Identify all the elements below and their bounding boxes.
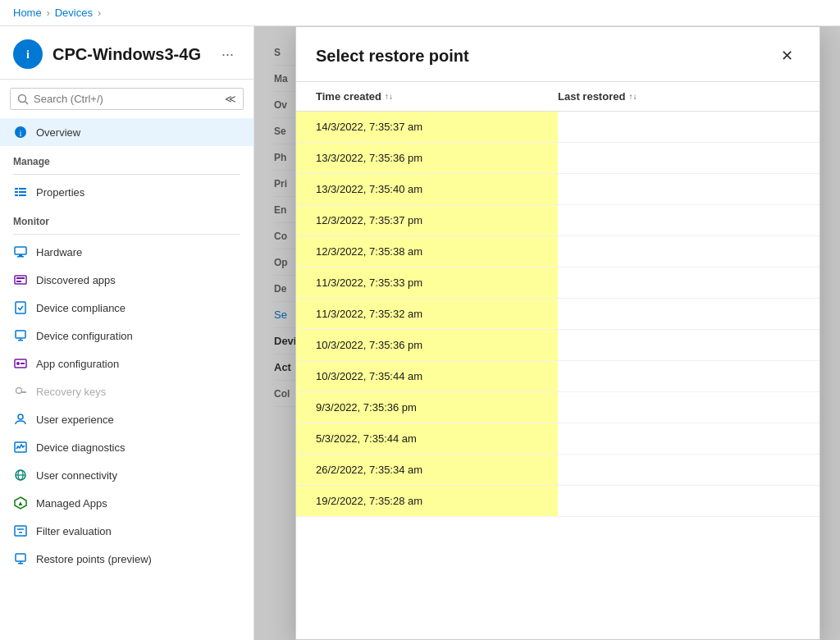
device-configuration-icon (13, 328, 28, 343)
col-header-last-restored[interactable]: Last restored ↑↓ (558, 90, 800, 103)
device-diagnostics-icon (13, 440, 28, 455)
breadcrumb-sep2: › (98, 7, 101, 19)
sidebar-item-properties[interactable]: Properties (0, 178, 253, 206)
sidebar-item-filter-evaluation[interactable]: Filter evaluation (0, 517, 253, 545)
sidebar-item-device-compliance[interactable]: Device compliance (0, 294, 253, 322)
svg-rect-7 (15, 191, 18, 193)
device-diagnostics-label: Device diagnostics (36, 441, 125, 454)
restore-time-cell: 19/2/2022, 7:35:28 am (296, 486, 558, 516)
device-name: CPC-Windows3-4G (52, 45, 205, 64)
restore-last-cell (558, 274, 819, 292)
restore-time-cell: 10/3/2022, 7:35:44 am (296, 361, 558, 391)
restore-row[interactable]: 13/3/2022, 7:35:36 pm (296, 143, 819, 174)
svg-rect-9 (19, 188, 26, 190)
restore-time-cell: 10/3/2022, 7:35:36 pm (296, 330, 558, 360)
restore-time-cell: 26/2/2022, 7:35:34 am (296, 455, 558, 485)
restore-row[interactable]: 14/3/2022, 7:35:37 am (296, 112, 819, 143)
svg-rect-17 (16, 281, 21, 282)
restore-time-cell: 11/3/2022, 7:35:33 pm (296, 267, 558, 298)
restore-last-cell (558, 336, 819, 354)
restore-last-cell (558, 492, 819, 510)
sidebar-item-discovered-apps[interactable]: Discovered apps (0, 266, 253, 294)
restore-time-cell: 12/3/2022, 7:35:37 pm (296, 205, 558, 235)
sidebar-item-user-experience[interactable]: User experience (0, 405, 253, 433)
device-more-button[interactable]: ··· (215, 43, 240, 66)
restore-row[interactable]: 11/3/2022, 7:35:33 pm (296, 267, 819, 299)
restore-time-cell: 13/3/2022, 7:35:36 pm (296, 143, 558, 173)
restore-last-cell (558, 181, 819, 199)
filter-evaluation-icon (13, 523, 28, 538)
svg-text:i: i (26, 48, 30, 61)
modal-close-button[interactable]: ✕ (774, 43, 800, 68)
sidebar-item-managed-apps[interactable]: ▲ Managed Apps (0, 489, 253, 517)
modal-header: Select restore point ✕ (296, 27, 819, 82)
svg-rect-39 (16, 554, 25, 561)
monitor-section-label: Monitor (0, 206, 253, 231)
info-icon: i (13, 125, 28, 139)
restore-row[interactable]: 19/2/2022, 7:35:28 am (296, 486, 819, 517)
restore-point-modal: Select restore point ✕ Time created ↑↓ L… (295, 26, 820, 640)
restore-row[interactable]: 5/3/2022, 7:35:44 am (296, 423, 819, 455)
restore-last-cell (558, 243, 819, 261)
restore-time-cell: 14/3/2022, 7:35:37 am (296, 112, 558, 142)
collapse-button[interactable]: ≪ (225, 93, 236, 105)
properties-label: Properties (36, 186, 84, 199)
col-header-time[interactable]: Time created ↑↓ (316, 90, 558, 103)
recovery-keys-label: Recovery keys (36, 386, 106, 398)
col-time-label: Time created (316, 90, 381, 103)
hardware-icon (13, 245, 28, 259)
svg-rect-16 (16, 277, 25, 279)
sidebar-item-app-configuration[interactable]: App configuration (0, 350, 253, 377)
restore-time-cell: 13/3/2022, 7:35:40 am (296, 174, 558, 204)
modal-table-header: Time created ↑↓ Last restored ↑↓ (296, 82, 819, 112)
sidebar-item-user-connectivity[interactable]: User connectivity (0, 461, 253, 489)
restore-row[interactable]: 26/2/2022, 7:35:34 am (296, 455, 819, 486)
recovery-keys-icon (13, 384, 28, 399)
sidebar: i CPC-Windows3-4G ··· ≪ i Overview Manag… (0, 26, 254, 640)
monitor-divider (13, 234, 240, 235)
sidebar-item-hardware[interactable]: Hardware (0, 238, 253, 266)
breadcrumb-home[interactable]: Home (13, 7, 42, 19)
restore-row[interactable]: 10/3/2022, 7:35:36 pm (296, 330, 819, 361)
breadcrumb-devices[interactable]: Devices (55, 7, 93, 19)
restore-row[interactable]: 10/3/2022, 7:35:44 am (296, 361, 819, 392)
svg-rect-40 (18, 563, 23, 565)
search-box: ≪ (10, 88, 244, 110)
modal-title: Select restore point (316, 47, 469, 66)
svg-rect-19 (16, 331, 25, 338)
restore-row[interactable]: 12/3/2022, 7:35:37 pm (296, 205, 819, 236)
restore-time-cell: 9/3/2022, 7:35:36 pm (296, 392, 558, 423)
restore-time-cell: 11/3/2022, 7:35:32 am (296, 299, 558, 329)
sort-time-icon: ↑↓ (385, 92, 393, 101)
restore-points-icon (13, 551, 28, 566)
restore-points-label: Restore points (preview) (36, 553, 152, 565)
svg-rect-28 (23, 391, 25, 393)
sidebar-item-restore-points[interactable]: Restore points (preview) (0, 545, 253, 573)
sidebar-item-device-configuration[interactable]: Device configuration (0, 322, 253, 350)
svg-rect-14 (19, 254, 22, 256)
device-icon: i (13, 39, 43, 69)
sidebar-item-overview[interactable]: i Overview (0, 118, 253, 146)
svg-point-23 (16, 362, 20, 365)
restore-row[interactable]: 12/3/2022, 7:35:38 am (296, 236, 819, 267)
hardware-label: Hardware (36, 246, 82, 258)
col-last-restored-label: Last restored (558, 90, 625, 103)
modal-body: 14/3/2022, 7:35:37 am13/3/2022, 7:35:36 … (296, 112, 819, 639)
app-configuration-label: App configuration (36, 358, 119, 370)
device-compliance-label: Device compliance (36, 302, 126, 314)
restore-row[interactable]: 9/3/2022, 7:35:36 pm (296, 392, 819, 423)
app-configuration-icon (13, 356, 28, 371)
search-input[interactable] (34, 93, 220, 105)
properties-icon (13, 185, 28, 199)
sidebar-item-recovery-keys: Recovery keys (0, 377, 253, 405)
search-icon (17, 94, 29, 105)
restore-row[interactable]: 13/3/2022, 7:35:40 am (296, 174, 819, 205)
svg-line-3 (25, 101, 29, 104)
sort-last-restored-icon: ↑↓ (628, 92, 637, 101)
user-experience-label: User experience (36, 414, 114, 426)
filter-evaluation-label: Filter evaluation (36, 525, 112, 537)
device-compliance-icon (13, 300, 28, 315)
sidebar-item-device-diagnostics[interactable]: Device diagnostics (0, 433, 253, 461)
restore-row[interactable]: 11/3/2022, 7:35:32 am (296, 299, 819, 330)
manage-divider (13, 174, 240, 175)
